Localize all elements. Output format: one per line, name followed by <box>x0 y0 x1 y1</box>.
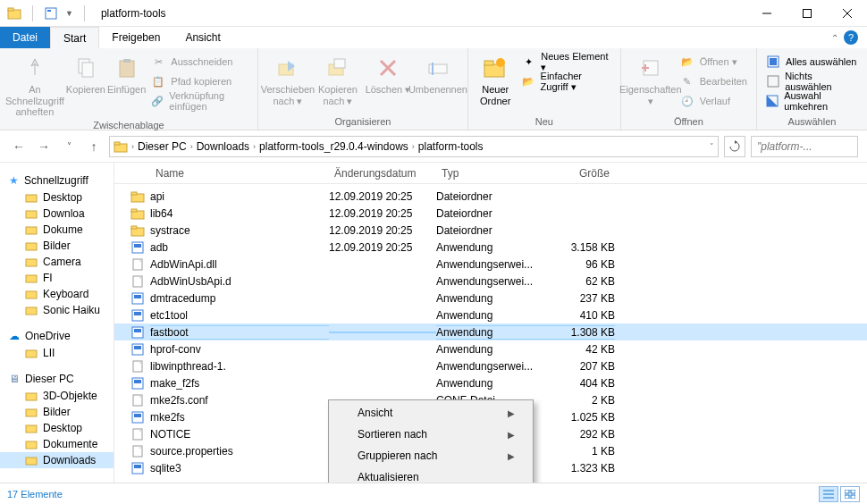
file-row[interactable]: AdbWinApi.dllAnwendungserwei...96 KB <box>114 256 867 273</box>
folder-icon <box>25 304 38 316</box>
breadcrumb[interactable]: platform-tools <box>418 140 484 153</box>
context-menu-item[interactable]: Aktualisieren <box>331 466 531 483</box>
sidebar-item[interactable]: Keyboard <box>0 286 114 302</box>
history-button[interactable]: 🕘Verlauf <box>677 91 751 111</box>
file-type-icon <box>130 223 147 238</box>
view-icons-button[interactable] <box>840 486 860 502</box>
sidebar-quick-access[interactable]: ★Schnellzugriff <box>0 172 114 189</box>
sidebar-item[interactable]: Camera <box>0 254 114 270</box>
column-type[interactable]: Typ <box>436 167 543 180</box>
view-details-button[interactable] <box>819 486 838 502</box>
close-button[interactable] <box>827 0 867 27</box>
rename-button[interactable]: Umbenennen <box>414 50 462 96</box>
group-new-label: Neu <box>474 114 615 130</box>
context-menu-item[interactable]: Gruppieren nach▶ <box>331 445 531 466</box>
sidebar-item[interactable]: Downloads <box>0 452 114 468</box>
context-menu-item[interactable]: Ansicht▶ <box>331 402 531 424</box>
file-list-pane[interactable]: Name Änderungsdatum Typ Größe api12.09.2… <box>114 163 867 483</box>
refresh-button[interactable] <box>724 136 745 157</box>
tab-file[interactable]: Datei <box>0 27 50 48</box>
column-headers[interactable]: Name Änderungsdatum Typ Größe <box>114 163 867 184</box>
tab-start[interactable]: Start <box>50 27 99 48</box>
sidebar-item[interactable]: Desktop <box>0 420 114 436</box>
address-bar[interactable]: › Dieser PC› Downloads› platform-tools_r… <box>109 136 719 157</box>
file-row[interactable]: libwinpthread-1.Anwendungserwei...207 KB <box>114 357 867 374</box>
file-type-icon <box>130 240 147 255</box>
copy-path-button[interactable]: 📋Pfad kopieren <box>147 71 252 91</box>
file-row[interactable]: fastbootAnwendung1.308 KB <box>114 323 867 340</box>
edit-button[interactable]: ✎Bearbeiten <box>677 71 751 91</box>
file-row[interactable]: hprof-convAnwendung42 KB <box>114 340 867 357</box>
move-to-button[interactable]: Verschieben nach ▾ <box>264 50 312 106</box>
window-title: platform-tools <box>96 7 166 20</box>
search-input[interactable]: "platform-... <box>751 136 858 157</box>
tab-share[interactable]: Freigeben <box>99 27 173 48</box>
sidebar-item[interactable]: Sonic Haiku <box>0 302 114 318</box>
nav-back-button[interactable]: ← <box>9 139 29 154</box>
file-row[interactable]: etc1toolAnwendung410 KB <box>114 307 867 323</box>
file-type-icon <box>130 291 147 306</box>
minimize-button[interactable] <box>746 0 787 27</box>
navigation-pane[interactable]: ★Schnellzugriff DesktopDownloaDokumeBild… <box>0 163 114 483</box>
folder-icon <box>25 191 38 204</box>
properties-button[interactable]: Eigenschaften ▾ <box>627 50 675 106</box>
new-item-button[interactable]: ✦Neues Element ▾ <box>518 52 614 71</box>
folder-icon <box>25 406 38 418</box>
sidebar-item[interactable]: Desktop <box>0 189 114 206</box>
sidebar-item[interactable]: Downloa <box>0 206 114 222</box>
sidebar-item[interactable]: Dokume <box>0 222 114 238</box>
easy-access-button[interactable]: 📂Einfacher Zugriff ▾ <box>518 71 614 91</box>
sidebar-item[interactable]: Bilder <box>0 238 114 254</box>
file-row[interactable]: api12.09.2019 20:25Dateiordner <box>114 188 867 205</box>
breadcrumb[interactable]: Dieser PC› <box>138 140 193 153</box>
ribbon-collapse-icon[interactable]: ⌃ <box>831 33 838 43</box>
cut-button[interactable]: ✂Ausschneiden <box>147 52 252 71</box>
breadcrumb[interactable]: platform-tools_r29.0.4-windows› <box>259 140 415 153</box>
copy-to-button[interactable]: Kopieren nach ▾ <box>314 50 362 106</box>
invert-selection-button[interactable]: Auswahl umkehren <box>762 91 862 111</box>
column-size[interactable]: Größe <box>543 167 615 180</box>
sidebar-this-pc[interactable]: 🖥Dieser PC <box>0 370 114 388</box>
select-none-button[interactable]: Nichts auswählen <box>762 71 862 91</box>
nav-up-button[interactable]: ↑ <box>84 139 104 154</box>
open-button[interactable]: 📂Öffnen ▾ <box>677 52 751 71</box>
file-row[interactable]: make_f2fsAnwendung404 KB <box>114 374 867 391</box>
sidebar-item[interactable]: Dokumente <box>0 436 114 452</box>
paste-button[interactable]: Einfügen <box>107 50 146 96</box>
folder-icon <box>25 454 38 466</box>
delete-button[interactable]: Löschen ▾ <box>364 50 412 96</box>
copy-button[interactable]: Kopieren <box>66 50 105 96</box>
file-row[interactable]: adb12.09.2019 20:25Anwendung3.158 KB <box>114 239 867 256</box>
maximize-button[interactable] <box>787 0 827 27</box>
file-row[interactable]: lib6412.09.2019 20:25Dateiordner <box>114 205 867 222</box>
sidebar-item[interactable]: Bilder <box>0 404 114 420</box>
file-type-icon <box>130 257 147 272</box>
sidebar-onedrive[interactable]: ☁OneDrive <box>0 327 114 345</box>
sidebar-item[interactable]: LII <box>0 345 114 361</box>
nav-recent-button[interactable]: ˅ <box>59 141 79 151</box>
file-row[interactable]: AdbWinUsbApi.dAnwendungserwei...62 KB <box>114 273 867 290</box>
svg-rect-2 <box>46 8 56 19</box>
tab-view[interactable]: Ansicht <box>173 27 232 48</box>
folder-icon <box>25 207 38 220</box>
nav-forward-button[interactable]: → <box>34 139 54 154</box>
svg-rect-9 <box>82 63 93 77</box>
file-row[interactable]: dmtracedumpAnwendung237 KB <box>114 290 867 307</box>
pin-to-quick-access-button[interactable]: An Schnellzugriff anheften <box>5 50 64 118</box>
paste-shortcut-button[interactable]: 🔗Verknüpfung einfügen <box>147 91 252 111</box>
select-all-button[interactable]: Alles auswählen <box>762 52 862 71</box>
file-row[interactable]: systrace12.09.2019 20:25Dateiordner <box>114 222 867 239</box>
column-name[interactable]: Name <box>150 167 329 180</box>
breadcrumb[interactable]: Downloads› <box>197 140 256 153</box>
sidebar-item[interactable]: 3D-Objekte <box>0 388 114 404</box>
svg-rect-50 <box>134 244 141 248</box>
help-icon[interactable]: ? <box>844 30 858 45</box>
qat-properties-icon[interactable] <box>44 6 58 21</box>
column-date[interactable]: Änderungsdatum <box>329 167 436 180</box>
sidebar-item[interactable]: FI <box>0 270 114 286</box>
new-folder-button[interactable]: Neuer Ordner <box>474 50 517 106</box>
context-menu-item[interactable]: Sortieren nach▶ <box>331 424 531 445</box>
address-dropdown-icon[interactable]: ˅ <box>710 142 714 151</box>
select-all-icon <box>766 55 780 69</box>
qat-dropdown-icon[interactable]: ▼ <box>65 9 73 18</box>
